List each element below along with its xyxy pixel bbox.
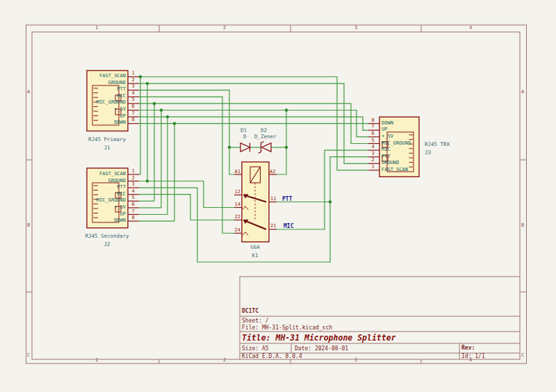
j2-value-label[interactable]: RJ45 Secondary — [80, 234, 134, 239]
j3-pin-name: DOWN — [382, 121, 393, 126]
j3-pin-name: GROUND — [382, 161, 399, 165]
j1-pin-name: MIC_GROUND — [88, 100, 126, 105]
j2-reference-label[interactable]: J2 — [80, 242, 134, 247]
j1-pin-number: 6 — [128, 104, 138, 109]
j1-pin-name: GROUND — [88, 81, 126, 85]
frame-col-label: 3 — [342, 26, 370, 31]
relay-pin-21: 21 — [270, 224, 276, 229]
d1-value-label[interactable]: D — [243, 134, 247, 140]
j1-pin-number: 1 — [128, 71, 138, 76]
j3-pin-name: UP — [382, 127, 387, 132]
j2-pin-name: GROUND — [88, 179, 126, 183]
j1-pin-number: 3 — [128, 84, 138, 89]
schematic-sheet[interactable]: 1 2 3 4 1 2 3 4 A B C A B C FAST_SCAN GR… — [0, 0, 556, 392]
frame-col-label: 2 — [211, 358, 238, 363]
frame-col-label: 2 — [211, 26, 238, 31]
frame-row-label: C — [521, 353, 524, 358]
d2-reference-label[interactable]: D2 — [261, 128, 267, 133]
frame-row-label: B — [521, 223, 524, 228]
k1-value-label[interactable]: G6A — [243, 245, 267, 250]
j3-pin-number: 6 — [368, 131, 378, 136]
d2-value-label[interactable]: D_Zener — [254, 134, 277, 140]
j2-pin-number: 6 — [128, 202, 138, 207]
j2-pin-number: 3 — [128, 182, 138, 187]
relay-pin-11: 11 — [270, 197, 276, 202]
title-block-title: Title: MH-31 Microphone Splitter — [242, 334, 396, 343]
title-block-rev: Rev: — [461, 345, 475, 351]
j1-pin-name: +_5V — [88, 107, 126, 112]
j3-pin-name: PTT — [382, 154, 391, 159]
net-label-ptt[interactable]: PTT — [282, 197, 292, 202]
j2-pin-name: MIC_GROUND — [88, 198, 126, 203]
relay-pin-24: 24 — [232, 228, 240, 233]
j3-reference-label[interactable]: J3 — [425, 150, 431, 156]
j2-pin-name: PTT — [88, 185, 126, 190]
title-block-size: Size: A5 — [242, 346, 269, 352]
title-block-frame — [240, 277, 520, 359]
j2-pin-name: +_5V — [88, 205, 126, 210]
title-block-date: Date: 2024-08-01 — [295, 346, 348, 352]
j1-pin-name: PTT — [88, 87, 126, 92]
j3-pin-name: MIC_GROUND — [382, 141, 411, 146]
title-block-sheet: Sheet: / — [242, 318, 269, 324]
j1-pin-number: 7 — [128, 111, 138, 116]
j2-pin-name: MIC — [88, 192, 126, 197]
j3-pin-number: 8 — [368, 118, 378, 123]
j3-pin-number: 3 — [368, 152, 378, 156]
frame-col-label: 1 — [83, 26, 111, 31]
relay-pin-a2: A2 — [270, 170, 275, 174]
j3-pin-name: +_5V — [382, 134, 393, 139]
j3-pin-name: MIC — [382, 147, 391, 152]
j1-pin-number: 2 — [128, 78, 138, 83]
title-block-tool: KiCad E.D.A. 8.0.4 — [242, 354, 302, 359]
frame-col-label: 1 — [83, 358, 111, 363]
j3-pin-number: 2 — [368, 158, 378, 163]
title-block-file: File: MH-31-Split.kicad_sch — [242, 325, 332, 331]
frame-row-label: A — [521, 90, 524, 95]
j1-reference-label[interactable]: J1 — [83, 145, 131, 151]
j3-value-label[interactable]: RJ45 TRX — [425, 142, 450, 147]
j2-pin-name: DOWN — [88, 218, 126, 223]
j2-pin-number: 1 — [128, 169, 138, 174]
j3-pin-name: FAST_SCAN — [382, 168, 408, 172]
j1-pin-name: DOWN — [88, 120, 126, 125]
j1-pin-number: 4 — [128, 91, 138, 96]
frame-row-label: B — [27, 223, 30, 228]
j1-pin-name: MIC — [88, 94, 126, 99]
frame-col-label: 4 — [457, 26, 484, 31]
diode-d1-symbol[interactable] — [240, 143, 250, 152]
relay-pin-12: 12 — [232, 190, 240, 195]
j3-pin-number: 7 — [368, 124, 378, 129]
j2-pin-name: FAST_SCAN — [88, 172, 126, 177]
j2-pin-name: UP — [88, 212, 126, 217]
title-block-id: Id: 1/1 — [461, 354, 485, 359]
d1-reference-label[interactable]: D1 — [240, 128, 247, 133]
relay-pin-a1: A1 — [232, 170, 240, 174]
relay-pin-22: 22 — [232, 215, 240, 220]
frame-col-label: 3 — [342, 358, 370, 363]
j2-pin-number: 5 — [128, 195, 138, 200]
j1-pin-name: FAST_SCAN — [88, 74, 126, 79]
j3-pin-number: 4 — [368, 145, 378, 149]
relay-pin-14: 14 — [232, 202, 240, 207]
j1-pin-number: 8 — [128, 117, 138, 122]
j2-pin-number: 2 — [128, 176, 138, 181]
j3-pin-number: 5 — [368, 138, 378, 143]
j3-pin-number: 1 — [368, 165, 378, 170]
j2-pin-number: 8 — [128, 215, 138, 220]
k1-reference-label[interactable]: K1 — [243, 253, 267, 259]
j1-pin-number: 5 — [128, 97, 138, 102]
j2-pin-number: 7 — [128, 209, 138, 214]
j1-pin-name: UP — [88, 114, 126, 119]
j2-pin-number: 4 — [128, 189, 138, 194]
frame-row-label: A — [27, 90, 30, 95]
j1-value-label[interactable]: RJ45 Primary — [83, 137, 131, 142]
net-label-mic[interactable]: MIC — [284, 224, 293, 229]
title-block-company: DC1TC — [242, 309, 259, 314]
frame-row-label: C — [27, 353, 30, 358]
